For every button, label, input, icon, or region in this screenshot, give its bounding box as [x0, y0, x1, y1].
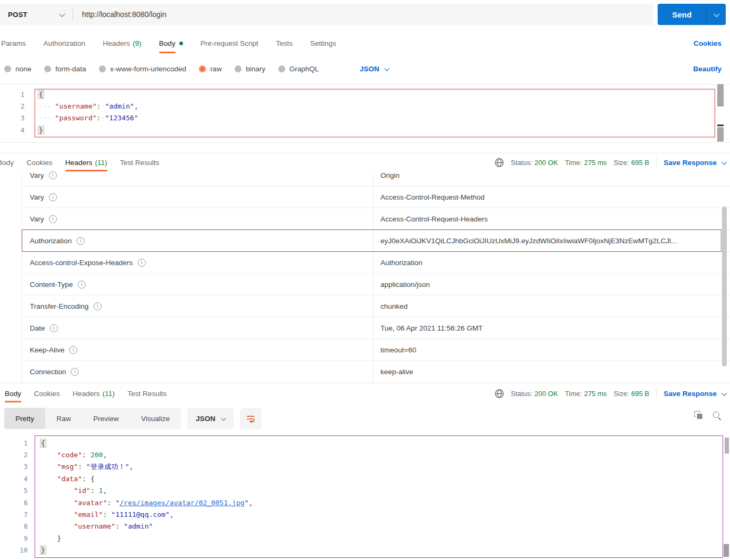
- code-line: 3····"password":·"123456": [0, 112, 730, 124]
- view-mode-visualize[interactable]: Visualize: [130, 408, 181, 429]
- size-value: Size:695 B: [613, 390, 649, 398]
- postman-request-view: POST Send ParamsAuthorizationHeaders(9)B…: [0, 0, 730, 560]
- wrap-lines-icon: [246, 414, 255, 423]
- response-body-tabs: BodyCookiesHeaders(11)Test Results: [5, 384, 167, 402]
- send-button[interactable]: Send: [658, 4, 726, 25]
- info-icon[interactable]: i: [49, 215, 57, 223]
- header-value: Access-Control-Request-Method: [373, 186, 730, 208]
- tab-pre-request-script[interactable]: Pre-request Script: [201, 33, 259, 53]
- info-icon[interactable]: i: [49, 171, 57, 179]
- tab-cookies[interactable]: Cookies: [27, 153, 53, 171]
- line-number: 1: [0, 90, 31, 98]
- header-key: Authorizationi: [22, 237, 373, 245]
- code-line: 1{: [0, 437, 730, 449]
- chevron-down-icon: [721, 390, 727, 396]
- table-scrollbar-thumb[interactable]: [722, 207, 727, 366]
- header-value: keep-alive: [373, 361, 730, 382]
- line-number: 4: [0, 475, 33, 483]
- beautify-link[interactable]: Beautify: [693, 60, 721, 77]
- view-mode-pretty[interactable]: Pretty: [4, 408, 45, 429]
- url-input[interactable]: [73, 4, 653, 25]
- header-key: Access-control-Expose-Headersi: [22, 259, 373, 267]
- body-type-raw[interactable]: raw: [199, 65, 222, 73]
- method-label: POST: [0, 11, 28, 19]
- header-value: Access-Control-Request-Headers: [373, 208, 730, 229]
- method-select[interactable]: POST: [0, 4, 72, 25]
- tab-body[interactable]: Body: [5, 384, 21, 402]
- header-key: Varyi: [22, 193, 373, 201]
- code-line: 6 "avatar": "/res/images/avatar/02_0051.…: [0, 497, 730, 508]
- status-value: Status:200 OK: [511, 159, 558, 167]
- header-row: Access-control-Expose-HeadersiAuthorizat…: [22, 252, 730, 274]
- line-number: 3: [0, 114, 31, 122]
- code-line: 5 "id": 1,: [0, 485, 730, 497]
- header-key: Varyi: [22, 171, 373, 179]
- url-field: POST: [0, 4, 653, 25]
- line-number: 6: [0, 499, 33, 507]
- body-type-none[interactable]: none: [4, 65, 31, 73]
- view-mode-preview[interactable]: Preview: [82, 408, 130, 429]
- request-tabs: ParamsAuthorizationHeaders(9)BodyPre-req…: [1, 33, 336, 53]
- search-icon[interactable]: [712, 411, 722, 421]
- line-number: 7: [0, 510, 33, 518]
- info-icon[interactable]: i: [49, 193, 57, 201]
- line-number: 9: [0, 534, 33, 542]
- copy-icon[interactable]: [694, 411, 704, 421]
- tab-body[interactable]: Body: [159, 33, 176, 53]
- view-mode-raw[interactable]: Raw: [45, 408, 82, 429]
- response-headers-table: VaryiOriginVaryiAccess-Control-Request-M…: [0, 171, 730, 382]
- cookies-link[interactable]: Cookies: [693, 33, 721, 53]
- time-value: Time:275 ms: [565, 159, 607, 167]
- language-label: JSON: [196, 415, 215, 423]
- tab-cookies[interactable]: Cookies: [34, 384, 60, 402]
- raw-language-select[interactable]: JSON: [355, 60, 388, 77]
- code-line: 4 "data": {: [0, 473, 730, 484]
- info-icon[interactable]: i: [138, 259, 146, 267]
- code-line: 4}: [0, 124, 730, 136]
- info-icon[interactable]: i: [71, 368, 79, 376]
- header-key: Datei: [22, 324, 373, 332]
- response-body-editor[interactable]: 1{2 "code": 200,3 "msg": "登录成功！",4 "data…: [0, 434, 730, 560]
- tab-headers[interactable]: Headers(9): [103, 33, 142, 53]
- header-value: chunked: [373, 295, 730, 317]
- tab-headers[interactable]: Headers(11): [73, 384, 115, 402]
- tab-settings[interactable]: Settings: [310, 33, 336, 53]
- tab-body[interactable]: Body: [0, 153, 14, 171]
- unsaved-dot: [179, 42, 183, 45]
- code-line: 9 }: [0, 532, 730, 544]
- line-number: 4: [0, 126, 31, 134]
- body-type-binary[interactable]: binary: [235, 65, 266, 73]
- info-icon[interactable]: i: [50, 324, 58, 332]
- header-value: Tue, 06 Apr 2021 11:56:26 GMT: [373, 317, 730, 339]
- header-row: AuthorizationieyJ0eXAiOiJKV1QiLCJhbGciOi…: [22, 230, 730, 252]
- divider: [0, 383, 730, 383]
- line-number: 8: [0, 522, 33, 530]
- response-status-bar: Status:200 OK Time:275 ms Size:695 B Sav…: [495, 384, 726, 402]
- send-options-button[interactable]: [707, 12, 726, 17]
- tab-test-results[interactable]: Test Results: [128, 384, 167, 402]
- info-icon[interactable]: i: [77, 237, 85, 245]
- response-language-select[interactable]: JSON: [187, 408, 234, 429]
- info-icon[interactable]: i: [94, 302, 102, 310]
- chevron-down-icon: [721, 159, 727, 164]
- body-type-form-data[interactable]: form-data: [44, 65, 86, 73]
- info-icon[interactable]: i: [78, 281, 86, 289]
- tab-tests[interactable]: Tests: [276, 33, 293, 53]
- header-row: DateiTue, 06 Apr 2021 11:56:26 GMT: [22, 317, 730, 339]
- body-type-graphql[interactable]: GraphQL: [278, 65, 319, 73]
- info-icon[interactable]: i: [69, 346, 77, 354]
- code-line: 10}: [0, 545, 730, 556]
- body-type-x-www-form-urlencoded[interactable]: x-www-form-urlencoded: [99, 65, 186, 73]
- save-response-button[interactable]: Save Response: [663, 390, 726, 398]
- tab-headers[interactable]: Headers(11): [65, 153, 107, 171]
- tab-authorization[interactable]: Authorization: [44, 33, 86, 53]
- response-view-toolbar: PrettyRawPreviewVisualize JSON: [4, 408, 261, 429]
- tab-test-results[interactable]: Test Results: [120, 153, 160, 171]
- request-body-editor[interactable]: 1{2····"username":·"admin",3····"passwor…: [0, 84, 730, 143]
- response-actions: [694, 411, 722, 421]
- language-label: JSON: [360, 65, 379, 73]
- code-line: 2····"username":·"admin",: [0, 100, 730, 112]
- tab-params[interactable]: Params: [1, 33, 26, 53]
- wrap-lines-button[interactable]: [240, 408, 261, 429]
- save-response-button[interactable]: Save Response: [663, 159, 726, 167]
